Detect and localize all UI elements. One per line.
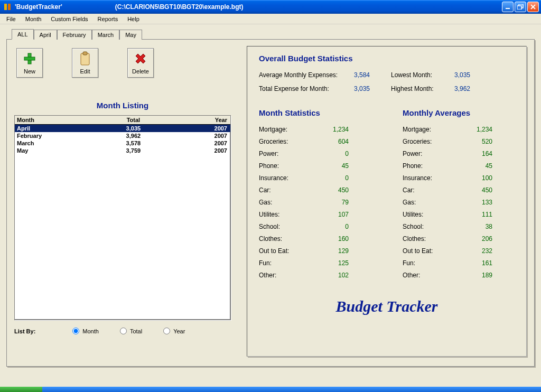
total-expense-value: 3,035 [354,85,391,92]
start-button[interactable] [0,387,42,392]
monthly-avg-value: 45 [461,160,492,172]
month-stat-value: 0 [317,172,349,184]
menu-custom-fields[interactable]: Custom Fields [46,15,92,23]
col-year[interactable]: Year [166,116,230,125]
monthly-avg-row: Groceries:520 [403,136,515,148]
cell-year: 2007 [166,139,230,147]
close-button[interactable] [527,2,539,12]
monthly-avg-row: Other:189 [403,269,515,282]
month-stat-row: Fun:125 [259,257,371,269]
edit-button[interactable]: Edit [72,48,98,78]
list-by-total-radio[interactable] [120,328,127,334]
clipboard-icon [78,51,92,66]
month-stat-label: Utilites: [259,209,317,221]
month-stat-row: Phone:45 [259,160,371,172]
list-by-total[interactable]: Total [120,328,142,334]
monthly-avg-row: Car:450 [403,184,515,197]
tab-february[interactable]: February [57,30,92,40]
table-row[interactable]: February3,9622007 [15,132,230,139]
monthly-avg-row: Insurance:100 [403,172,515,184]
svg-rect-4 [517,6,521,10]
month-stat-value: 450 [317,184,349,197]
monthly-avg-label: Mortgage: [403,124,461,136]
lowest-month-label: Lowest Month: [391,71,454,79]
monthly-avg-label: Gas: [403,197,461,209]
taskbar[interactable] [0,387,541,392]
list-by-year-text: Year [173,328,185,334]
delete-button[interactable]: Delete [127,48,154,78]
monthly-averages-col: Monthly Averages Mortgage:1,234Groceries… [403,108,515,282]
total-expense-label: Total Expense for Month: [259,85,354,92]
toolbar: New Edit Delete [14,46,231,85]
tab-march[interactable]: March [92,30,120,40]
edit-button-label: Edit [80,68,90,74]
month-stat-row: Other:102 [259,269,371,282]
cell-total: 3,759 [101,147,165,154]
table-row[interactable]: April3,0352007 [15,125,230,133]
monthly-avg-value: 111 [461,209,492,221]
cell-month: May [15,147,101,154]
new-button-label: New [24,68,35,74]
list-by-year[interactable]: Year [163,328,185,334]
restore-icon [517,4,524,10]
tab-strip: ALL April February March May [12,27,537,39]
tab-may[interactable]: May [119,30,142,40]
restore-button[interactable] [515,2,526,12]
month-listing[interactable]: Month Total Year April3,0352007February3… [14,115,231,320]
menu-file[interactable]: File [2,15,20,23]
month-stat-value: 129 [317,245,349,257]
list-by-month-radio[interactable] [72,328,79,334]
monthly-averages-title: Monthly Averages [403,108,515,117]
month-stat-value: 102 [317,269,349,282]
monthly-avg-value: 232 [461,245,492,257]
monthly-avg-label: Insurance: [403,172,461,184]
list-by-month[interactable]: Month [72,328,99,334]
menu-help[interactable]: Help [123,15,144,23]
cell-year: 2007 [166,147,230,154]
monthly-avg-value: 520 [461,136,492,148]
monthly-avg-label: Groceries: [403,136,461,148]
tab-all[interactable]: ALL [12,29,34,40]
tab-april[interactable]: April [34,30,57,40]
menu-month[interactable]: Month [21,15,46,23]
list-by-month-text: Month [82,328,99,334]
highest-month-label: Highest Month: [391,85,454,92]
list-by-year-radio[interactable] [163,328,170,334]
monthly-avg-label: Power: [403,148,461,160]
table-row[interactable]: March3,5782007 [15,139,230,147]
monthly-avg-value: 161 [461,257,492,269]
svg-marker-11 [136,54,145,63]
app-icon [3,3,12,11]
new-button[interactable]: New [16,48,43,78]
monthly-avg-row: School:38 [403,221,515,233]
title-file-path: (C:\CLARION5\BGT10\BGT20\example.bgt) [115,3,244,11]
monthly-avg-row: Gas:133 [403,197,515,209]
minimize-icon [505,4,510,10]
stats-columns: Month Statistics Mortgage:1,234Groceries… [259,108,515,282]
brand-title: Budget Tracker [259,297,515,315]
monthly-avg-value: 133 [461,197,492,209]
col-total[interactable]: Total [101,116,165,125]
monthly-avg-value: 38 [461,221,492,233]
month-stat-label: Groceries: [259,136,317,148]
monthly-avg-label: Car: [403,184,461,197]
month-stat-value: 79 [317,197,349,209]
monthly-avg-row: Out to Eat:232 [403,245,515,257]
month-stat-label: Gas: [259,197,317,209]
monthly-avg-row: Fun:161 [403,257,515,269]
month-stat-value: 160 [317,233,349,245]
stats-panel: Overall Budget Statistics Average Monthl… [247,46,527,357]
month-stat-row: Gas:79 [259,197,371,209]
col-month[interactable]: Month [15,116,101,125]
monthly-avg-row: Utilites:111 [403,209,515,221]
menu-reports[interactable]: Reports [94,15,123,23]
cell-month: March [15,139,101,147]
table-row[interactable]: May3,7592007 [15,147,230,154]
month-stat-value: 107 [317,209,349,221]
minimize-button[interactable] [502,2,514,12]
cell-month: April [15,125,101,133]
month-stat-label: Power: [259,148,317,160]
menubar: File Month Custom Fields Reports Help [0,14,541,24]
list-by-group: List By: Month Total Year [14,328,231,334]
titlebar: 'BudgetTracker' (C:\CLARION5\BGT10\BGT20… [0,0,541,14]
